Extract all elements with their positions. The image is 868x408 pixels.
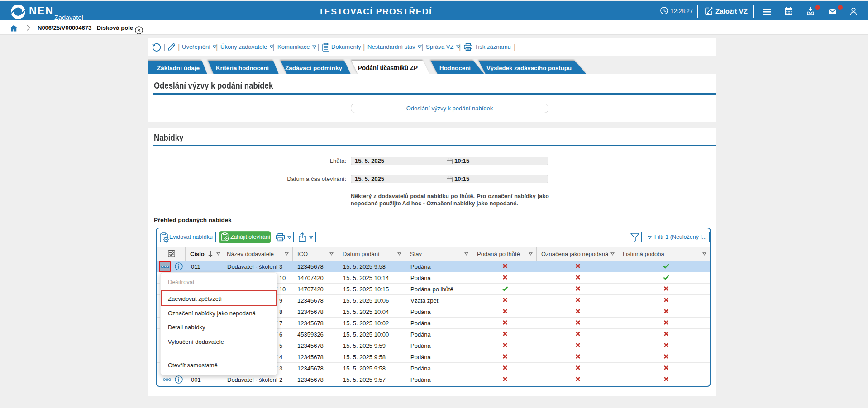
- svg-text:Základní údaje: Základní údaje: [157, 65, 200, 71]
- svg-text:Hodnocení: Hodnocení: [439, 65, 471, 71]
- svg-text:Výsledek zadávacího postupu: Výsledek zadávacího postupu: [486, 65, 572, 71]
- svg-text:Zadávací podmínky: Zadávací podmínky: [285, 65, 342, 71]
- svg-text:Podání účastníků ZP: Podání účastníků ZP: [358, 64, 418, 71]
- svg-text:Kritéria hodnocení: Kritéria hodnocení: [216, 65, 269, 71]
